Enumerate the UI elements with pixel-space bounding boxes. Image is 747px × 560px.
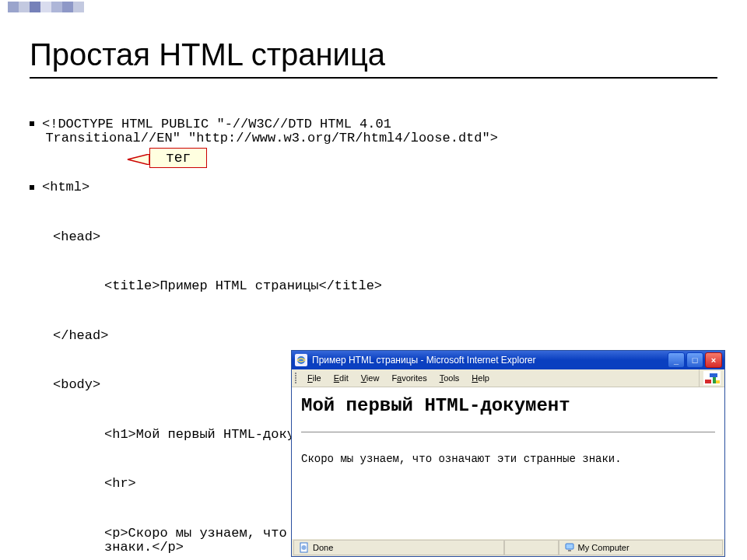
menu-file[interactable]: File bbox=[301, 372, 328, 384]
menu-view[interactable]: View bbox=[355, 372, 386, 384]
svg-marker-0 bbox=[128, 154, 149, 165]
menu-tools[interactable]: Tools bbox=[433, 372, 466, 384]
slide-title: Простая HTML страница bbox=[30, 23, 717, 79]
menu-edit[interactable]: Edit bbox=[328, 372, 355, 384]
svg-rect-9 bbox=[566, 544, 573, 549]
svg-point-1 bbox=[297, 356, 305, 364]
ie-status-text: Done bbox=[313, 543, 333, 552]
menu-favorites[interactable]: Favorites bbox=[385, 372, 433, 384]
svg-point-8 bbox=[302, 545, 307, 550]
ie-window: Пример HTML страницы - Microsoft Interne… bbox=[291, 350, 725, 557]
svg-rect-3 bbox=[705, 380, 711, 383]
ie-status-mid bbox=[504, 540, 559, 555]
decoration-squares bbox=[8, 2, 84, 12]
svg-rect-4 bbox=[713, 377, 716, 383]
code-doctype: <!DOCTYPE HTML PUBLIC "-//W3C//DTD HTML … bbox=[30, 117, 717, 145]
my-computer-icon bbox=[564, 542, 575, 553]
svg-rect-5 bbox=[710, 373, 717, 377]
ie-status-right: My Computer bbox=[559, 540, 723, 555]
code-title: <title>Пример HTML страницы</title> bbox=[104, 279, 717, 293]
svg-rect-10 bbox=[568, 550, 571, 551]
code-head-open: <head> bbox=[53, 230, 717, 244]
ie-page: Мой первый HTML-документ Скоро мы узнаем… bbox=[292, 387, 724, 538]
ie-page-p: Скоро мы узнаем, что означают эти странн… bbox=[301, 453, 715, 465]
document-icon bbox=[299, 542, 310, 553]
svg-rect-6 bbox=[716, 380, 720, 383]
ie-page-h1: Мой первый HTML-документ bbox=[301, 395, 715, 416]
ie-throbber-icon bbox=[699, 369, 724, 387]
menu-help[interactable]: Help bbox=[465, 372, 496, 384]
maximize-button[interactable]: □ bbox=[686, 352, 703, 368]
ie-app-icon bbox=[295, 354, 307, 366]
code-head-close: </head> bbox=[53, 329, 717, 343]
close-button[interactable]: × bbox=[705, 352, 722, 368]
ie-status-zone: My Computer bbox=[578, 543, 630, 552]
code-html-open: <html> bbox=[30, 180, 717, 194]
minimize-button[interactable]: _ bbox=[668, 352, 685, 368]
callout-arrow-icon bbox=[126, 154, 149, 165]
ie-statusbar: Done My Computer bbox=[292, 538, 724, 556]
ie-status-left: Done bbox=[293, 540, 504, 555]
ie-menubar: File Edit View Favorites Tools Help bbox=[292, 369, 724, 387]
callout-tag: тег bbox=[149, 148, 207, 168]
ie-window-title: Пример HTML страницы - Microsoft Interne… bbox=[310, 355, 666, 366]
ie-titlebar: Пример HTML страницы - Microsoft Interne… bbox=[292, 351, 724, 369]
callout-label: тег bbox=[149, 148, 207, 168]
gripper-icon bbox=[295, 373, 300, 383]
ie-page-hr bbox=[301, 432, 715, 432]
